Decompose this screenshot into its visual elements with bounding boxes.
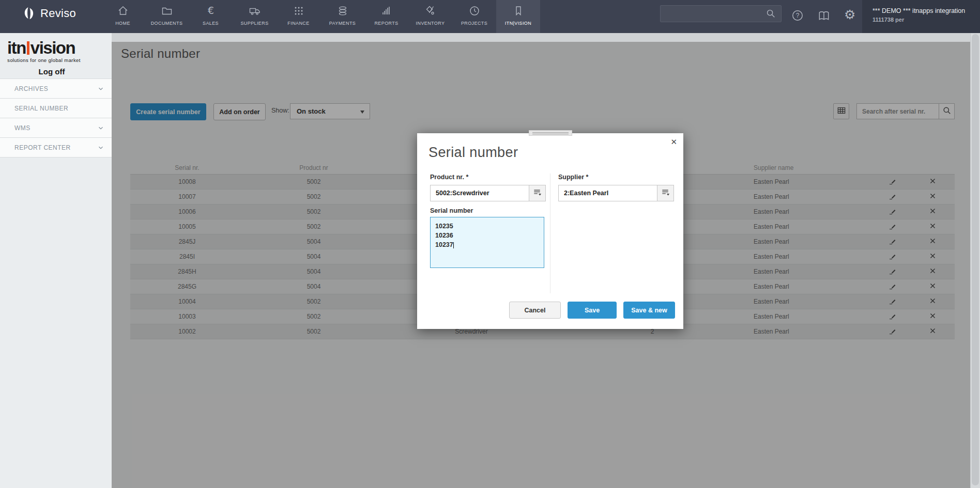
reviso-logo[interactable]: Reviso bbox=[22, 6, 76, 21]
text-caret bbox=[453, 242, 454, 248]
hand-truck-icon bbox=[424, 5, 437, 19]
nav-item-finance[interactable]: FINANCE bbox=[277, 0, 320, 33]
sidebar-item-wms[interactable]: WMS bbox=[0, 118, 112, 138]
serial-number-label: Serial number bbox=[430, 207, 473, 214]
main-menu: HOME DOCUMENTS € SALES SUPPLIERS FINANCE… bbox=[101, 0, 540, 33]
search-icon[interactable] bbox=[765, 8, 776, 21]
svg-text:€: € bbox=[207, 5, 213, 16]
folder-icon bbox=[161, 5, 173, 19]
serial-numbers-textarea[interactable]: 10235 10236 10237 bbox=[430, 217, 544, 268]
logo-orange-bar-icon bbox=[27, 41, 29, 55]
reviso-logo-icon bbox=[22, 6, 36, 21]
book-icon[interactable] bbox=[817, 9, 831, 24]
user-agreement-number: 1111738 per bbox=[872, 17, 980, 23]
save-button[interactable]: Save bbox=[568, 302, 617, 319]
list-select-icon bbox=[661, 187, 670, 199]
global-search-input[interactable] bbox=[660, 5, 782, 22]
nav-item-projects[interactable]: PROJECTS bbox=[452, 0, 496, 33]
page-scrollbar[interactable] bbox=[970, 33, 980, 488]
dialog-column-divider bbox=[550, 174, 550, 293]
nav-item-documents[interactable]: DOCUMENTS bbox=[145, 0, 189, 33]
save-and-new-button[interactable]: Save & new bbox=[623, 302, 675, 319]
nav-item-reports[interactable]: REPORTS bbox=[364, 0, 408, 33]
gear-icon[interactable]: ⚙ bbox=[844, 8, 855, 22]
nav-item-home[interactable]: HOME bbox=[101, 0, 145, 33]
supplier-lookup-button[interactable] bbox=[657, 185, 674, 201]
dialog-drag-handle-icon[interactable] bbox=[529, 130, 572, 136]
supplier-label: Supplier * bbox=[558, 174, 588, 181]
nav-item-itnvision[interactable]: ITN|VISION bbox=[496, 0, 540, 33]
chevron-down-icon bbox=[97, 85, 104, 95]
close-icon[interactable]: ✕ bbox=[670, 137, 677, 147]
truck-icon bbox=[249, 5, 261, 19]
chevron-down-icon bbox=[97, 144, 104, 153]
nav-item-sales[interactable]: € SALES bbox=[189, 0, 233, 33]
bar-chart-icon bbox=[380, 5, 393, 19]
list-select-icon bbox=[532, 187, 542, 199]
bookmark-icon bbox=[512, 5, 525, 19]
brand-name: Reviso bbox=[40, 7, 76, 20]
user-company: *** DEMO *** itnapps integration bbox=[872, 7, 980, 14]
itnvision-logo[interactable]: itnvision solutions for one global marke… bbox=[0, 33, 112, 63]
serial-numbers-text: 10235 10236 10237 bbox=[435, 223, 453, 248]
sub-header-band bbox=[112, 33, 970, 42]
euro-icon: € bbox=[205, 5, 217, 19]
chevron-down-icon bbox=[97, 124, 104, 134]
home-icon bbox=[117, 5, 129, 19]
sidebar-item-serial-number[interactable]: SERIAL NUMBER bbox=[0, 99, 112, 118]
logo-tagline: solutions for one global market bbox=[7, 57, 112, 63]
sidebar-menu: ARCHIVES SERIAL NUMBER WMS REPORT CENTER bbox=[0, 78, 112, 158]
cancel-button[interactable]: Cancel bbox=[509, 302, 561, 319]
help-icon[interactable]: ? bbox=[791, 9, 804, 24]
top-nav: Reviso HOME DOCUMENTS € SALES SUPPLIERS … bbox=[0, 0, 980, 33]
product-nr-label: Product nr. * bbox=[430, 174, 468, 181]
clock-icon bbox=[468, 5, 481, 19]
app: Reviso HOME DOCUMENTS € SALES SUPPLIERS … bbox=[0, 0, 980, 488]
user-menu[interactable]: *** DEMO *** itnapps integration 1111738… bbox=[862, 0, 980, 33]
product-lookup-button[interactable] bbox=[529, 185, 546, 201]
serial-number-dialog: ✕ Serial number Product nr. * Supplier *… bbox=[417, 133, 683, 329]
logo-itn: itn bbox=[7, 38, 26, 57]
supplier-input[interactable] bbox=[558, 185, 657, 201]
nav-item-suppliers[interactable]: SUPPLIERS bbox=[233, 0, 277, 33]
scrollbar-thumb[interactable] bbox=[972, 34, 979, 485]
dots-grid-icon bbox=[293, 5, 305, 19]
product-nr-input[interactable] bbox=[430, 185, 529, 201]
sidebar-item-report-center[interactable]: REPORT CENTER bbox=[0, 138, 112, 158]
log-off-button[interactable]: Log off bbox=[0, 67, 103, 76]
sidebar: itnvision solutions for one global marke… bbox=[0, 33, 112, 488]
nav-item-inventory[interactable]: INVENTORY bbox=[408, 0, 452, 33]
svg-text:?: ? bbox=[796, 12, 800, 19]
dialog-title: Serial number bbox=[428, 145, 518, 161]
sidebar-item-archives[interactable]: ARCHIVES bbox=[0, 79, 112, 99]
logo-vision: vision bbox=[30, 38, 75, 57]
nav-item-payments[interactable]: PAYMENTS bbox=[320, 0, 364, 33]
coins-icon bbox=[336, 5, 349, 19]
